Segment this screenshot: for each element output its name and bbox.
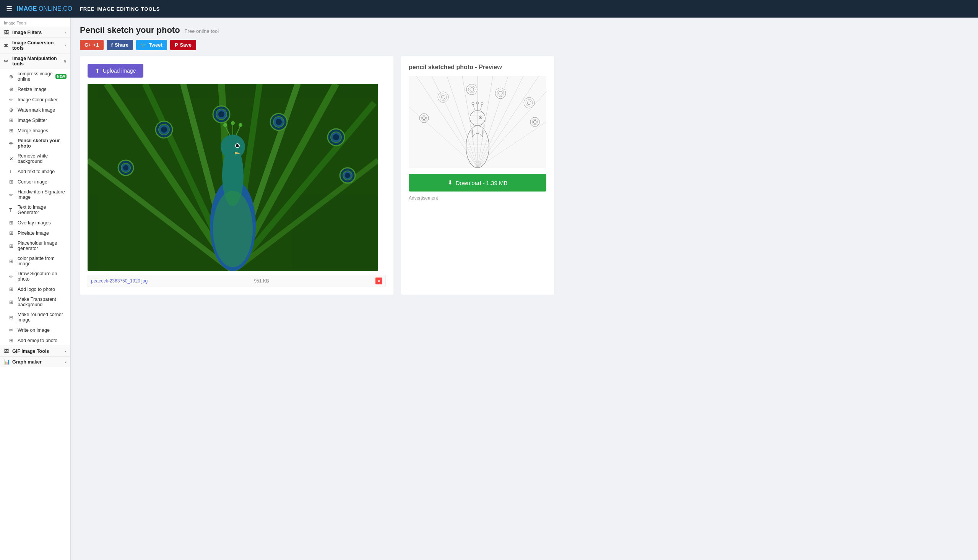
preview-title: pencil sketched photo - Preview (409, 64, 546, 71)
watermark-icon: ⊕ (9, 107, 15, 113)
logo[interactable]: IMAGE ONLINE.CO (17, 5, 72, 12)
peacock-image (88, 84, 378, 271)
file-info-bar: peacock-2363750_1920.jpg 951 KB ✕ (88, 275, 386, 287)
facebook-label: Share (115, 42, 128, 48)
file-name[interactable]: peacock-2363750_1920.jpg (91, 278, 148, 283)
svg-point-28 (345, 173, 350, 178)
page-title-row: Pencil sketch your photo Free online too… (80, 25, 969, 35)
main-layout: Image Tools 🖼 Image Filters ‹ ✖ Image Co… (0, 18, 978, 560)
sidebar-item-remove-white-bg[interactable]: ✕ Remove white background (0, 151, 70, 166)
sidebar-item-label: Image Color picker (18, 97, 58, 102)
sidebar-item-make-transparent[interactable]: ⊞ Make Transparent background (0, 294, 70, 310)
rounded-corner-icon: ⊟ (9, 315, 15, 320)
download-icon: ⬇ (448, 179, 453, 186)
sidebar-item-watermark-image[interactable]: ⊕ Watermark image (0, 105, 70, 115)
sidebar-item-label: Add logo to photo (18, 287, 55, 292)
sidebar-item-draw-signature[interactable]: ✏ Draw Signature on photo (0, 269, 70, 284)
sidebar-item-label: Watermark image (18, 107, 55, 113)
sidebar-item-pencil-sketch[interactable]: ✏ Pencil sketch your photo (0, 136, 70, 151)
sidebar-item-overlay-images[interactable]: ⊞ Overlay images (0, 218, 70, 228)
censor-icon: ⊞ (9, 179, 15, 185)
sidebar-item-label: color palette from image (18, 256, 67, 267)
svg-point-19 (276, 119, 282, 125)
sidebar-item-label: Text to image Generator (18, 205, 67, 215)
facebook-button[interactable]: f Share (107, 40, 133, 50)
svg-point-35 (223, 123, 227, 127)
svg-point-36 (231, 121, 235, 125)
new-badge: NEW (55, 74, 67, 79)
twitter-button[interactable]: 🐦 Tweet (136, 40, 167, 50)
chevron-icon: ‹ (65, 30, 67, 35)
sidebar-item-censor-image[interactable]: ⊞ Censor image (0, 177, 70, 187)
sidebar-item-gif-tools[interactable]: 🖼 GIF Image Tools ‹ (0, 345, 70, 356)
sidebar-item-text-to-image[interactable]: T Text to image Generator (0, 202, 70, 218)
sidebar-item-image-conversion[interactable]: ✖ Image Conversion tools ‹ (0, 37, 70, 53)
sidebar-item-image-manipulation[interactable]: ✂ Image Manipulation tools ∨ (0, 53, 70, 69)
add-text-icon: T (9, 168, 15, 174)
sidebar-item-graph-maker[interactable]: 📊 Graph maker ‹ (0, 356, 70, 367)
sidebar-item-label: Placeholder image generator (18, 240, 67, 251)
text-to-image-icon: T (9, 207, 15, 213)
sidebar-item-label: Image Splitter (18, 118, 47, 123)
pixelate-icon: ⊞ (9, 230, 15, 236)
sidebar-item-pixelate-image[interactable]: ⊞ Pixelate image (0, 228, 70, 238)
preview-panel: pencil sketched photo - Preview (401, 56, 554, 295)
graph-icon: 📊 (4, 359, 10, 365)
gplus-button[interactable]: G+ +1 (80, 40, 103, 50)
chevron-icon: ‹ (65, 43, 67, 48)
upload-icon: ⬆ (95, 68, 100, 74)
gif-icon: 🖼 (4, 348, 10, 354)
sidebar-item-label: Merge Images (18, 128, 48, 133)
color-picker-icon: ✏ (9, 97, 15, 102)
color-palette-icon: ⊞ (9, 258, 15, 264)
svg-point-22 (333, 134, 339, 140)
svg-point-84 (480, 117, 482, 118)
sidebar-item-add-logo[interactable]: ⊞ Add logo to photo (0, 284, 70, 294)
main-content: Pencil sketch your photo Free online too… (71, 18, 978, 560)
sidebar-item-image-filters[interactable]: 🖼 Image Filters ‹ (0, 27, 70, 37)
menu-icon[interactable]: ☰ (6, 5, 12, 13)
share-row: G+ +1 f Share 🐦 Tweet P Save (80, 40, 969, 50)
sidebar-item-rounded-corner[interactable]: ⊟ Make rounded corner image (0, 310, 70, 325)
download-label: Download - 1.39 MB (456, 180, 508, 186)
resize-icon: ⊕ (9, 87, 15, 92)
sidebar-item-write-on-image[interactable]: ✏ Write on image (0, 325, 70, 335)
placeholder-icon: ⊞ (9, 243, 15, 249)
sidebar-item-handwritten-signature[interactable]: ✏ Handwritten Signature image (0, 187, 70, 202)
sidebar-item-merge-images[interactable]: ⊞ Merge Images (0, 125, 70, 136)
compress-icon: ⊕ (9, 74, 15, 80)
sidebar-item-label: Pixelate image (18, 230, 49, 236)
add-logo-icon: ⊞ (9, 286, 15, 292)
sidebar-item-image-color-picker[interactable]: ✏ Image Color picker (0, 94, 70, 105)
sidebar-item-label: Overlay images (18, 220, 51, 225)
sidebar-item-color-palette[interactable]: ⊞ color palette from image (0, 253, 70, 269)
file-remove-button[interactable]: ✕ (375, 278, 382, 284)
sidebar-item-label: Pencil sketch your photo (18, 138, 67, 149)
gplus-icon: G+ (85, 42, 92, 48)
sidebar-section-label: Image Tools (0, 18, 70, 27)
sidebar-item-compress-image[interactable]: ⊕ compress image online NEW (0, 69, 70, 84)
sidebar-item-label: Add text to image (18, 169, 55, 174)
transparent-bg-icon: ⊞ (9, 299, 15, 305)
image-panel: ⬆ Upload image (80, 56, 393, 295)
sidebar-item-image-splitter[interactable]: ⊞ Image Splitter (0, 115, 70, 125)
pinterest-button[interactable]: P Save (170, 40, 196, 50)
pencil-icon: ✏ (9, 141, 15, 147)
sketch-preview-image (409, 76, 546, 168)
header: ☰ IMAGE ONLINE.CO FREE IMAGE EDITING TOO… (0, 0, 978, 18)
upload-button[interactable]: ⬆ Upload image (88, 64, 143, 78)
file-size: 951 KB (254, 278, 269, 283)
sidebar-item-label: Make Transparent background (18, 297, 67, 307)
sidebar-item-add-emoji[interactable]: ⊞ Add emoji to photo (0, 335, 70, 345)
twitter-label: Tweet (149, 42, 163, 48)
upload-label: Upload image (103, 68, 136, 74)
sidebar-item-label: Add emoji to photo (18, 338, 57, 343)
sidebar-item-add-text[interactable]: T Add text to image (0, 166, 70, 177)
pinterest-icon: P (175, 42, 178, 48)
sidebar-item-label: Image Manipulation tools (12, 56, 63, 67)
remove-bg-icon: ✕ (9, 156, 15, 162)
sidebar-item-resize-image[interactable]: ⊕ Resize image (0, 84, 70, 94)
splitter-icon: ⊞ (9, 117, 15, 123)
sidebar-item-placeholder-image[interactable]: ⊞ Placeholder image generator (0, 238, 70, 253)
download-button[interactable]: ⬇ Download - 1.39 MB (409, 174, 546, 192)
